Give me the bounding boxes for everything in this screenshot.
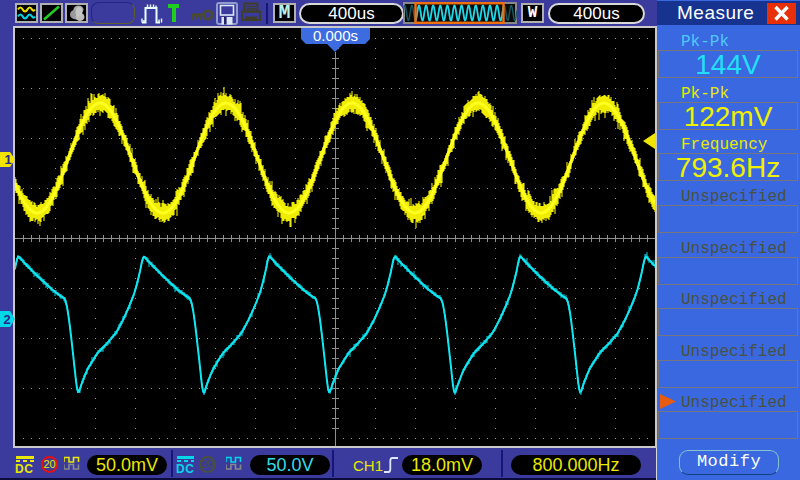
svg-text:1: 1 <box>5 152 12 167</box>
svg-text:2: 2 <box>4 312 11 327</box>
